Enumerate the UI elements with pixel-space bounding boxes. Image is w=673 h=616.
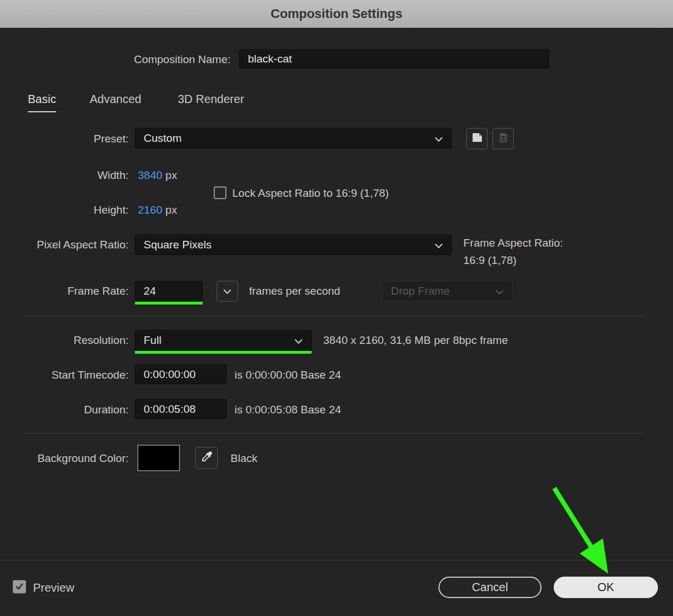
width-unit: px	[166, 169, 177, 181]
start-timecode-label: Start Timecode:	[0, 369, 129, 382]
dialog-titlebar: Composition Settings	[0, 0, 673, 28]
frame-aspect-ratio-label: Frame Aspect Ratio:	[463, 237, 563, 250]
chevron-down-icon	[434, 132, 443, 145]
tab-basic[interactable]: Basic	[28, 93, 56, 112]
dialog-title: Composition Settings	[270, 6, 402, 21]
duration-input[interactable]	[135, 399, 226, 419]
width-label: Width:	[0, 169, 129, 182]
eyedropper-button[interactable]	[195, 447, 218, 469]
chevron-down-icon	[223, 286, 232, 296]
preset-value: Custom	[144, 132, 434, 145]
resolution-highlight-underline	[135, 351, 312, 354]
duration-label: Duration:	[0, 404, 129, 416]
drop-frame-select: Drop Frame	[382, 281, 513, 302]
drop-frame-value: Drop Frame	[391, 285, 495, 298]
composition-name-input[interactable]	[239, 49, 549, 69]
frames-per-second-label: frames per second	[249, 285, 340, 298]
section-divider	[23, 433, 644, 434]
preset-label: Preset:	[0, 133, 129, 145]
footer-divider	[0, 560, 673, 560]
preset-select[interactable]: Custom	[135, 128, 452, 149]
delete-preset-button	[492, 128, 514, 149]
height-label: Height:	[0, 204, 129, 217]
resolution-info: 3840 x 2160, 31,6 MB per 8bpc frame	[323, 334, 508, 347]
background-color-name: Black	[231, 452, 257, 465]
save-preset-icon	[471, 132, 483, 145]
start-timecode-input[interactable]	[135, 364, 226, 384]
width-value[interactable]: 3840	[138, 169, 162, 181]
composition-name-label: Composition Name:	[81, 53, 231, 66]
background-color-label: Background Color:	[0, 452, 129, 465]
resolution-value: Full	[144, 334, 294, 347]
lock-aspect-ratio-checkbox[interactable]	[214, 186, 226, 199]
chevron-down-icon	[434, 239, 443, 251]
tab-advanced[interactable]: Advanced	[90, 93, 141, 111]
preview-checkbox[interactable]	[13, 580, 26, 593]
save-preset-button[interactable]	[466, 128, 488, 149]
frame-rate-label: Frame Rate:	[0, 285, 129, 298]
tab-3d-renderer[interactable]: 3D Renderer	[178, 93, 244, 111]
pixel-aspect-ratio-select[interactable]: Square Pixels	[135, 234, 452, 255]
chevron-down-icon	[495, 285, 504, 298]
chevron-down-icon	[294, 334, 303, 347]
section-divider	[23, 316, 644, 316]
preview-label: Preview	[33, 581, 74, 595]
cancel-button[interactable]: Cancel	[438, 577, 542, 598]
pixel-aspect-ratio-value: Square Pixels	[144, 239, 434, 251]
frame-rate-input[interactable]	[135, 281, 203, 302]
height-value[interactable]: 2160	[138, 204, 162, 216]
resolution-label: Resolution:	[0, 334, 129, 347]
background-color-swatch[interactable]	[137, 445, 180, 471]
trash-icon	[498, 132, 509, 145]
height-unit: px	[166, 204, 177, 216]
checkmark-icon	[15, 582, 24, 592]
lock-aspect-ratio-label: Lock Aspect Ratio to 16:9 (1,78)	[232, 187, 389, 200]
eyedropper-icon	[200, 451, 213, 465]
composition-settings-dialog: Composition Settings Composition Name: B…	[0, 0, 673, 616]
frame-aspect-ratio-value: 16:9 (1,78)	[463, 254, 517, 267]
start-timecode-info: is 0:00:00:00 Base 24	[235, 369, 341, 382]
ok-button[interactable]: OK	[554, 577, 658, 598]
duration-info: is 0:00:05:08 Base 24	[235, 404, 341, 416]
frame-rate-highlight-underline	[135, 302, 203, 305]
pixel-aspect-ratio-label: Pixel Aspect Ratio:	[0, 239, 129, 251]
resolution-select[interactable]: Full	[135, 330, 312, 351]
frame-rate-preset-dropdown-button[interactable]	[217, 281, 238, 302]
